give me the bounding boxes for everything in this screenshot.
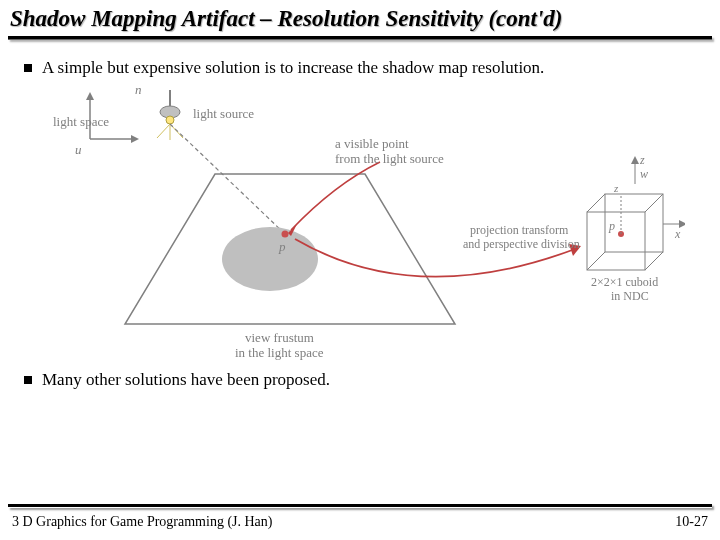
- footer-underline: [8, 504, 712, 508]
- label-light-space: light space: [53, 114, 109, 129]
- footer-left-text: 3 D Graphics for Game Programming (J. Ha…: [12, 514, 273, 530]
- label-visible-point-2: from the light source: [335, 151, 444, 166]
- bullet-icon: [24, 376, 32, 384]
- svg-marker-22: [631, 156, 639, 164]
- svg-line-19: [587, 252, 605, 270]
- label-ndc-w: w: [640, 167, 648, 181]
- ndc-cuboid: z w x p z 2×2×1 cuboid in NDC: [587, 153, 685, 303]
- label-ndc-2: in NDC: [611, 289, 649, 303]
- annotation-visible-point: a visible point from the light source: [288, 136, 444, 236]
- bullet-text: Many other solutions have been proposed.: [42, 370, 330, 390]
- svg-marker-1: [86, 92, 94, 100]
- svg-text:z: z: [613, 182, 619, 194]
- svg-point-6: [166, 116, 174, 124]
- light-source-glyph: light source: [157, 90, 254, 140]
- label-ndc-z: z: [639, 153, 645, 167]
- label-ndc-x: x: [674, 227, 681, 241]
- svg-point-11: [222, 227, 318, 291]
- svg-line-20: [645, 252, 663, 270]
- list-item: Many other solutions have been proposed.: [24, 370, 696, 390]
- diagram: light space u n light source p a visible…: [35, 84, 685, 364]
- label-u: u: [75, 142, 82, 157]
- slide-title: Shadow Mapping Artifact – Resolution Sen…: [0, 0, 720, 34]
- label-proj-1: projection transform: [470, 223, 569, 237]
- view-frustum: p: [125, 174, 455, 324]
- label-p: p: [278, 239, 286, 254]
- svg-point-12: [282, 231, 289, 238]
- light-space-axes: light space u n: [53, 84, 142, 157]
- bullet-list-2: Many other solutions have been proposed.: [0, 368, 720, 390]
- svg-line-18: [645, 194, 663, 212]
- light-ray: [170, 124, 285, 234]
- label-light-source: light source: [193, 106, 254, 121]
- bullet-icon: [24, 64, 32, 72]
- bullet-list: A simple but expensive solution is to in…: [0, 40, 720, 78]
- svg-line-7: [157, 124, 170, 138]
- label-ndc-1: 2×2×1 cuboid: [591, 275, 658, 289]
- label-frustum-1: view frustum: [245, 330, 314, 345]
- svg-line-17: [587, 194, 605, 212]
- svg-marker-3: [131, 135, 139, 143]
- label-proj-2: and perspective division: [463, 237, 580, 251]
- label-visible-point-1: a visible point: [335, 136, 409, 151]
- label-ndc-p: p: [608, 219, 615, 233]
- label-n: n: [135, 84, 142, 97]
- bullet-text: A simple but expensive solution is to in…: [42, 58, 544, 78]
- label-frustum-2: in the light space: [235, 345, 324, 360]
- diagram-svg: light space u n light source p a visible…: [35, 84, 685, 364]
- list-item: A simple but expensive solution is to in…: [24, 58, 696, 78]
- page-number: 10-27: [675, 514, 708, 530]
- projection-arrow: projection transform and perspective div…: [295, 223, 581, 277]
